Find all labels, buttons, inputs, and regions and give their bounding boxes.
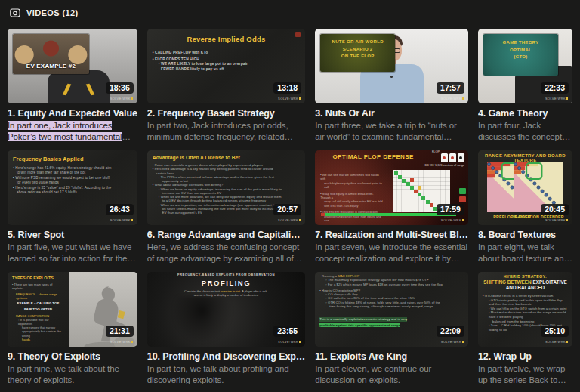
video-title[interactable]: 3. Nuts Or Air: [315, 107, 468, 119]
slide-line: CALLING PREFLOP with KTo: [153, 51, 300, 55]
watermark: SOLVE:WRK: [110, 340, 133, 344]
slide-line: appropriately but contain the wrong: [12, 329, 64, 337]
slide-title: HYBRID STRATEGY:: [483, 274, 568, 279]
matrix-cells: [394, 171, 398, 175]
line-text: Running a: [322, 274, 338, 278]
watermark: SOLVE:WRK: [545, 340, 568, 344]
video-title[interactable]: 7. Realization and Multi-Street Bl…: [315, 229, 468, 241]
video-card-2[interactable]: Reverse Implied Odds CALLING PREFLOP wit…: [147, 29, 305, 143]
slide-line: FREQUENCY – chosen range systems: [12, 292, 64, 300]
watermark: SOLVE:WRK: [545, 218, 568, 222]
duration-badge: 21:31: [106, 326, 134, 337]
slide-line: above ratio we should bet 17.5 bluffs: [13, 190, 132, 195]
video-description: In part eight, we talk about board textu…: [478, 242, 572, 264]
slide-subtitle: SHIFTING BETWEEN EXPLOITATIVE AND BALANC…: [483, 279, 568, 290]
person-torso: [48, 70, 110, 103]
video-description: In part five, we put what we have learne…: [8, 242, 137, 264]
video-card-1[interactable]: EV EXAMPLE #2 18:36 SOLVE:WRK 1. Equity …: [8, 29, 137, 143]
video-card-5[interactable]: Frequency Basics Applied Hero’s range ha…: [8, 150, 137, 264]
slide-line: time facing this very strong, although s…: [319, 304, 464, 308]
watermark: SOLVE:WRK: [441, 218, 464, 222]
silhouette-figure: [170, 296, 235, 346]
slide-line: EXAMPLE – CALLING TOP: [12, 301, 64, 306]
duration-badge: 20:45: [541, 204, 569, 215]
video-card-4[interactable]: GAME THEORY OPTIMAL (GTO) 22:33 SOLVE:WR…: [478, 29, 572, 143]
video-thumbnail[interactable]: GAME THEORY OPTIMAL (GTO) 22:33 SOLVE:WR…: [478, 29, 572, 103]
slide-panel: TYPES OF EXPLOITS There are two main typ…: [8, 272, 69, 347]
video-title[interactable]: 2. Frequency Based Strategy: [147, 107, 305, 119]
watermark: SOLVE:WRK: [441, 340, 464, 344]
card-diamond: [449, 153, 456, 162]
card-heart: [441, 153, 448, 162]
video-card-8[interactable]: RANGE ASYMMETRY AND BOARD TEXTURE: [478, 150, 572, 264]
combos-label: BB 98 / 1,326 combos of range: [425, 164, 464, 167]
video-card-3[interactable]: NUTS OR AIR WORLD SCENARIO 2 ON THE FLOP…: [315, 29, 468, 143]
video-title[interactable]: 6. Range Advantage and Capitali…: [147, 229, 305, 241]
video-thumbnail[interactable]: OPTIMAL FLOP DEFENSE FLOP BB 98 / 1,326 …: [315, 150, 468, 225]
video-card-7[interactable]: OPTIMAL FLOP DEFENSE FLOP BB 98 / 1,326 …: [315, 150, 468, 264]
inset-caption: EV EXAMPLE #2: [13, 63, 89, 69]
video-thumbnail[interactable]: Running a MAX EXPLOIT The maximally expl…: [315, 272, 468, 347]
body-text: Consider the character trait: [184, 289, 221, 293]
duration-badge: 20:57: [273, 204, 301, 215]
slide-title: Reverse Implied Odds: [153, 35, 300, 43]
video-description: Here, we address the confusing concept o…: [147, 242, 305, 264]
video-description: In part four, Jack discusses the concept…: [478, 120, 572, 143]
inset-line: SCENARIO 2: [320, 46, 395, 54]
video-title[interactable]: 8. Board Textures: [478, 229, 572, 241]
slide-title: OPTIMAL FLOP DEFENSE: [319, 153, 427, 160]
call-button: [459, 188, 466, 194]
video-title[interactable]: 5. River Spot: [8, 229, 137, 241]
watermark: SOLVE:WRK: [110, 218, 133, 222]
video-thumbnail[interactable]: RANGE ASYMMETRY AND BOARD TEXTURE: [478, 150, 572, 225]
duration-badge: 25:10: [541, 326, 569, 337]
video-thumbnail[interactable]: Frequency Basics Applied Hero’s range ha…: [8, 150, 137, 225]
slide-line: When we have an equity advantage, increa…: [153, 187, 300, 191]
video-title[interactable]: 10. Profiling And Discovering Exp…: [147, 350, 305, 363]
video-description: In part seven, we introduce the essentia…: [315, 242, 468, 264]
video-title[interactable]: 11. Exploits Are King: [315, 350, 468, 363]
video-card-10[interactable]: FREQUENCY-BASED EXPLOITS FROM OBSERVATIO…: [147, 272, 305, 386]
duration-badge: 17:59: [437, 204, 464, 215]
video-thumbnail[interactable]: Advantage is Often a License to Bet Poke…: [147, 150, 305, 225]
flop-cards: [441, 153, 464, 162]
slide-line: PAIR TOO OFTEN: [12, 307, 64, 312]
slide-line: much higher equity than our lowest pairs…: [320, 182, 384, 190]
videos-header: VIDEOS (12): [0, 0, 580, 23]
video-title[interactable]: 9. Theory Of Exploits: [8, 350, 137, 363]
duration-badge: 17:57: [437, 82, 464, 94]
video-thumbnail[interactable]: Reverse Implied Odds CALLING PREFLOP wit…: [147, 29, 305, 103]
slide-line: There are two main types of exploits:: [12, 282, 64, 290]
video-thumbnail[interactable]: NUTS OR AIR WORLD SCENARIO 2 ON THE FLOP…: [315, 29, 468, 103]
slide-title: Frequency Basics Applied: [13, 156, 132, 162]
duration-badge: 22:33: [541, 82, 569, 94]
video-thumbnail[interactable]: EV EXAMPLE #2 18:36 SOLVE:WRK: [8, 29, 137, 103]
video-title[interactable]: 1. Equity And Expected Value: [8, 107, 137, 119]
slide-line: drawing hands which have high equity and…: [320, 215, 384, 224]
video-description: In part ten, we talk about profiling and…: [147, 363, 305, 386]
card-spade: [458, 153, 464, 162]
video-card-12[interactable]: HYBRID STRATEGY: SHIFTING BETWEEN EXPLOI…: [478, 272, 572, 386]
inset-line: ON THE FLOP: [320, 53, 395, 60]
slide-line: We can see that we sometimes fold hands …: [320, 174, 384, 182]
video-thumbnail[interactable]: TYPES OF EXPLOITS There are two main typ…: [8, 272, 137, 347]
video-card-9[interactable]: TYPES OF EXPLOITS There are two main typ…: [8, 272, 137, 386]
inset-line: (GTO): [483, 54, 558, 61]
video-thumbnail[interactable]: FREQUENCY-BASED EXPLOITS FROM OBSERVATIO…: [147, 272, 305, 347]
video-description: In part one, Jack introduces Poker’s two…: [8, 120, 137, 143]
watermark: SOLVE:WRK: [441, 97, 464, 100]
video-title[interactable]: 4. Game Theory: [478, 107, 572, 119]
subtitle-highlight: SHIFTING BETWEEN: [483, 279, 532, 285]
slide-line: FEWER HANDS likely to pay us off: [153, 67, 300, 72]
inset-line: NUTS OR AIR WORLD: [320, 39, 395, 46]
video-grid: EV EXAMPLE #2 18:36 SOLVE:WRK 1. Equity …: [0, 23, 580, 386]
slide-line: with less than 25% equity: [320, 205, 384, 208]
video-title[interactable]: 12. Wrap Up: [478, 350, 572, 363]
body-highlight: aversion to risk: [221, 289, 240, 293]
video-card-11[interactable]: Running a MAX EXPLOIT The maximally expl…: [315, 272, 468, 386]
duration-badge: 13:18: [273, 82, 301, 94]
inset-line: GAME THEORY: [483, 39, 558, 47]
video-thumbnail[interactable]: HYBRID STRATEGY: SHIFTING BETWEEN EXPLOI…: [478, 272, 572, 347]
video-description: In part eleven, we continue our discussi…: [315, 363, 468, 386]
video-card-6[interactable]: Advantage is Often a License to Bet Poke…: [147, 150, 305, 264]
